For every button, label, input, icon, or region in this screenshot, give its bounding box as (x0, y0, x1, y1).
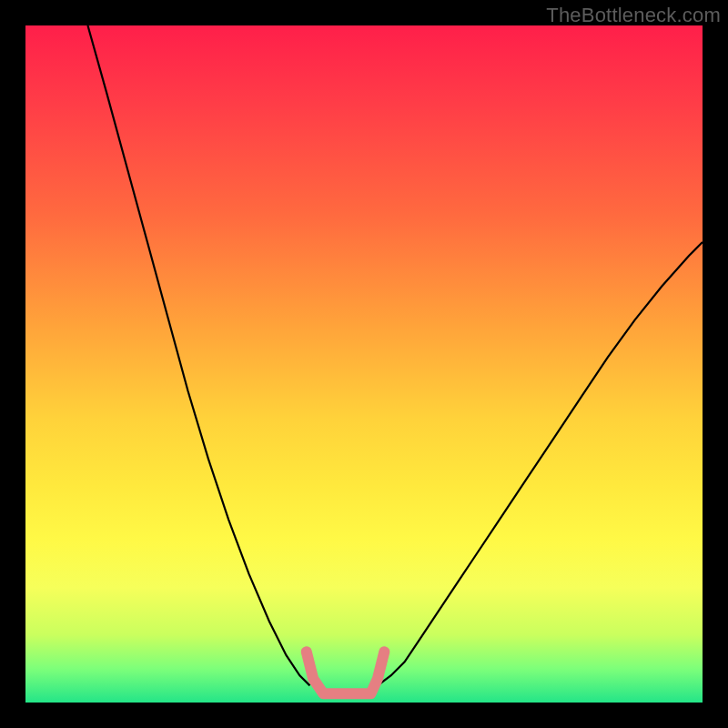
left-curve-path (87, 25, 309, 685)
chart-svg (25, 25, 703, 703)
right-curve-path (378, 242, 703, 685)
plot-area (25, 25, 703, 703)
watermark-text: TheBottleneck.com (546, 4, 721, 27)
chart-frame: TheBottleneck.com (0, 0, 728, 728)
bottom-accent-path (307, 652, 385, 693)
